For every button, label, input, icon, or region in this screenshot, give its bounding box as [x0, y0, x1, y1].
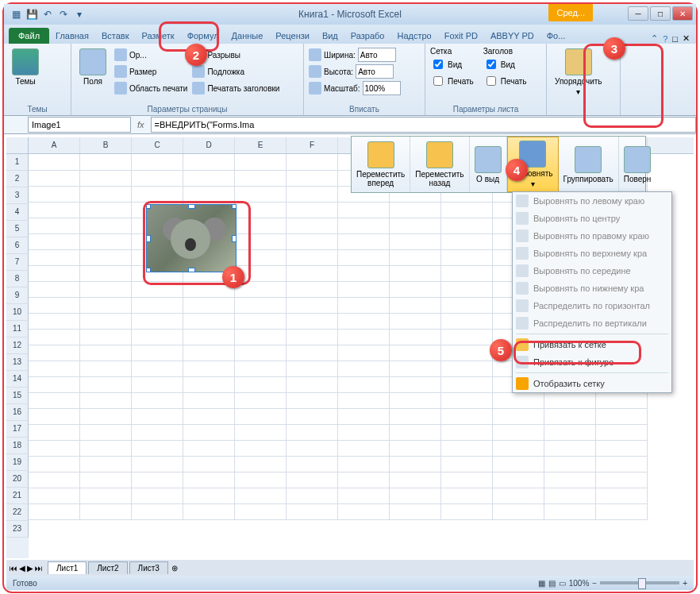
row-header[interactable]: 20	[6, 471, 29, 488]
printarea-button[interactable]: Область печати	[114, 80, 187, 96]
select-all-corner[interactable]	[6, 137, 29, 154]
headings-print-checkbox[interactable]	[487, 76, 496, 86]
undo-icon[interactable]: ↶	[40, 7, 55, 21]
view-layout-icon[interactable]: ▤	[548, 579, 556, 588]
themes-icon	[12, 48, 39, 75]
tab-home[interactable]: Главная	[49, 28, 95, 44]
tab-file[interactable]: Файл	[9, 28, 49, 44]
sheet-nav-next-icon[interactable]: ▶	[27, 564, 33, 573]
row-header[interactable]: 11	[6, 321, 29, 338]
doc-close-icon[interactable]: ✕	[683, 33, 690, 44]
new-sheet-icon[interactable]: ⊕	[171, 564, 178, 573]
send-backward-button[interactable]: Переместить назад	[410, 137, 469, 192]
size-button[interactable]: Размер	[114, 64, 187, 79]
zoom-in-icon[interactable]: +	[683, 579, 687, 588]
width-input[interactable]	[358, 48, 396, 62]
tab-addins[interactable]: Надстро	[390, 28, 437, 44]
grid-view-checkbox[interactable]	[433, 60, 443, 69]
row-header[interactable]: 9	[6, 287, 29, 304]
row-header[interactable]: 3	[6, 187, 29, 204]
tab-insert[interactable]: Вставк	[95, 28, 136, 44]
help-icon[interactable]: ?	[663, 34, 667, 44]
tab-format[interactable]: Фо...	[540, 28, 572, 44]
row-header[interactable]: 4	[6, 204, 29, 221]
maximize-button[interactable]: □	[650, 6, 671, 21]
row-header[interactable]: 16	[6, 404, 29, 421]
qat-more-icon[interactable]: ▾	[72, 7, 87, 21]
headings-view-checkbox[interactable]	[487, 60, 496, 69]
name-box[interactable]: Image1	[28, 117, 131, 133]
row-header[interactable]: 13	[6, 354, 29, 371]
column-header[interactable]: F	[287, 137, 338, 153]
row-header[interactable]: 6	[6, 237, 29, 254]
view-pagebreak-icon[interactable]: ▭	[559, 579, 566, 588]
arrange-button[interactable]: Упорядочить ▾	[552, 47, 606, 98]
height-input[interactable]	[356, 64, 394, 79]
contextual-tab[interactable]: Сред...	[548, 4, 593, 21]
column-header[interactable]: A	[29, 137, 80, 153]
column-header[interactable]: C	[132, 137, 183, 153]
scale-input[interactable]	[363, 81, 401, 95]
close-button[interactable]: ✕	[672, 6, 693, 21]
row-header[interactable]: 22	[6, 504, 29, 521]
sheet-nav-last-icon[interactable]: ⏭	[35, 564, 43, 573]
save-icon[interactable]: 💾	[25, 7, 39, 21]
orientation-button[interactable]: Ор...	[114, 47, 187, 63]
row-header[interactable]: 23	[6, 521, 29, 538]
embedded-image[interactable]	[146, 204, 237, 272]
column-header[interactable]: B	[80, 137, 132, 153]
tab-view[interactable]: Вид	[316, 28, 344, 44]
tab-layout[interactable]: Разметк	[135, 28, 180, 44]
column-header[interactable]: E	[235, 137, 287, 153]
row-header[interactable]: 1	[6, 154, 29, 171]
row-header[interactable]: 8	[6, 271, 29, 287]
tab-review[interactable]: Рецензи	[269, 28, 316, 44]
doc-restore-icon[interactable]: □	[672, 34, 678, 44]
themes-button[interactable]: Темы	[9, 47, 42, 87]
row-header[interactable]: 7	[6, 254, 29, 271]
margins-button[interactable]: Поля	[76, 47, 110, 96]
width-icon	[309, 48, 321, 61]
row-header[interactable]: 14	[6, 371, 29, 388]
grid-print-checkbox[interactable]	[433, 76, 443, 86]
row-header[interactable]: 21	[6, 488, 29, 504]
tab-foxit[interactable]: Foxit PD	[438, 28, 484, 44]
sheet-nav-first-icon[interactable]: ⏮	[10, 564, 17, 573]
zoom-level[interactable]: 100%	[569, 579, 590, 588]
sheet-tab-1[interactable]: Лист1	[48, 561, 87, 574]
row-header[interactable]: 10	[6, 304, 29, 321]
minimize-button[interactable]: ─	[628, 6, 648, 21]
background-button[interactable]: Подложка	[192, 64, 279, 79]
tab-abbyy[interactable]: ABBYY PD	[484, 28, 540, 44]
tab-developer[interactable]: Разрабо	[344, 28, 391, 44]
row-header[interactable]: 12	[6, 338, 29, 354]
column-header[interactable]: D	[183, 137, 235, 153]
minimize-ribbon-icon[interactable]: ⌃	[651, 33, 658, 44]
zoom-slider[interactable]	[600, 581, 679, 584]
tab-data[interactable]: Данные	[225, 28, 270, 44]
tab-formulas[interactable]: Формул	[181, 28, 225, 44]
fx-icon[interactable]: fx	[137, 120, 144, 129]
group-button[interactable]: Группировать	[559, 137, 619, 192]
row-header[interactable]: 15	[6, 388, 29, 404]
menu-show-grid[interactable]: Отобразить сетку	[513, 375, 671, 392]
row-header[interactable]: 5	[6, 221, 29, 237]
menu-snap-to-grid[interactable]: Привязать к сетке	[513, 336, 671, 353]
selection-pane-button[interactable]: О выд	[470, 137, 507, 192]
zoom-out-icon[interactable]: −	[592, 579, 597, 588]
row-header[interactable]: 18	[6, 438, 29, 454]
bring-forward-button[interactable]: Переместить вперед	[352, 137, 410, 192]
row-header[interactable]: 17	[6, 421, 29, 438]
sheet-tab-3[interactable]: Лист3	[129, 561, 168, 574]
formula-input[interactable]: =ВНЕДРИТЬ("Forms.Ima	[151, 117, 696, 133]
view-normal-icon[interactable]: ▦	[538, 579, 545, 588]
row-header[interactable]: 2	[6, 171, 29, 187]
printtitles-button[interactable]: Печатать заголовки	[192, 80, 279, 96]
menu-snap-to-shape[interactable]: Привязать к фигуре	[513, 353, 671, 371]
sheet-tab-2[interactable]: Лист2	[88, 561, 127, 574]
redo-icon[interactable]: ↷	[56, 7, 71, 21]
rotate-button[interactable]: Поверн	[619, 137, 656, 192]
align-menu: Выровнять по левому краю Выровнять по це…	[512, 191, 672, 393]
sheet-nav-prev-icon[interactable]: ◀	[19, 564, 25, 573]
row-header[interactable]: 19	[6, 454, 29, 471]
